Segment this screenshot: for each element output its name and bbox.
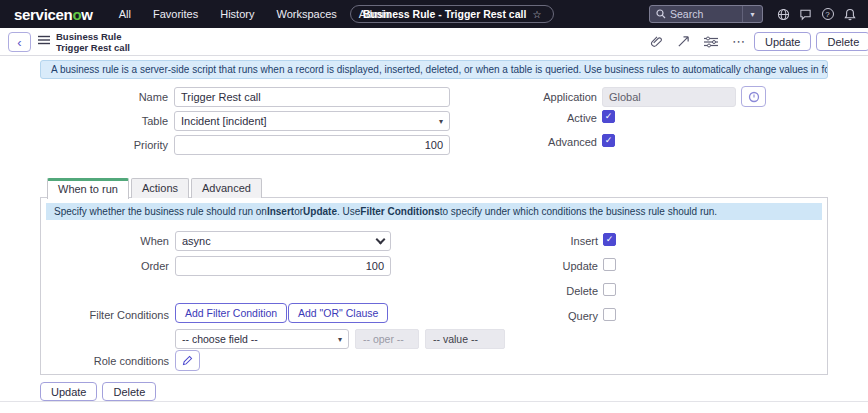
search-scope-dropdown[interactable]: ▾ xyxy=(742,6,762,22)
name-label: Name xyxy=(60,91,168,103)
footer-buttons: Update Delete xyxy=(40,382,156,401)
name-input[interactable]: Trigger Rest call xyxy=(174,87,450,107)
table-label: Table xyxy=(60,115,168,127)
choose-field-caret-icon: ▾ xyxy=(338,335,342,344)
table-caret-icon: ▾ xyxy=(439,117,443,126)
info-banner: A business rule is a server-side script … xyxy=(40,60,828,79)
back-button[interactable]: ‹ xyxy=(8,32,31,52)
role-conditions-label: Role conditions xyxy=(61,355,169,367)
update-label: Update xyxy=(498,260,598,272)
header-buttons: Update Delete xyxy=(754,32,868,51)
help-icon[interactable]: ? xyxy=(820,7,835,22)
favorite-star-icon[interactable]: ☆ xyxy=(532,9,541,20)
bottom-divider xyxy=(0,401,868,402)
search-icon xyxy=(656,9,666,19)
nav-icon-cluster: ? xyxy=(776,0,857,28)
delete-checkbox[interactable] xyxy=(603,283,616,296)
query-label: Query xyxy=(498,310,598,322)
advanced-label: Advanced xyxy=(480,136,597,148)
add-filter-condition-button[interactable]: Add Filter Condition xyxy=(175,303,287,323)
insert-checkbox[interactable] xyxy=(603,233,616,246)
nav-item-history[interactable]: History xyxy=(220,8,254,20)
operator-select: -- oper -- xyxy=(355,329,419,349)
record-title: Business Rule Trigger Rest call xyxy=(56,31,130,54)
record-pill[interactable]: Business Rule - Trigger Rest call ☆ xyxy=(350,5,554,23)
when-caret-icon xyxy=(376,234,386,244)
tab-when-to-run[interactable]: When to run xyxy=(47,178,129,199)
choose-field-select[interactable]: -- choose field -- ▾ xyxy=(175,329,349,349)
servicenow-logo[interactable]: servicenow xyxy=(14,6,93,23)
tab-strip: When to run Actions Advanced xyxy=(47,178,262,198)
order-input[interactable]: 100 xyxy=(175,256,391,276)
value-field: -- value -- xyxy=(425,329,505,349)
insert-label: Insert xyxy=(498,235,598,247)
record-header: ‹ Business Rule Trigger Rest call ⋯ Upda… xyxy=(0,28,868,56)
record-name-label: Trigger Rest call xyxy=(56,42,130,53)
table-select-value: Incident [incident] xyxy=(181,115,267,127)
more-options-icon[interactable]: ⋯ xyxy=(732,34,746,49)
personalize-form-icon[interactable] xyxy=(704,36,718,48)
record-type-label: Business Rule xyxy=(56,31,130,42)
global-search[interactable]: Search ▾ xyxy=(649,5,763,23)
table-select[interactable]: Incident [incident] ▾ xyxy=(174,111,450,131)
globe-icon[interactable] xyxy=(776,7,791,22)
when-to-run-panel: Specify whether the business rule should… xyxy=(40,197,828,375)
nav-item-favorites[interactable]: Favorites xyxy=(153,8,198,20)
footer-delete-button[interactable]: Delete xyxy=(102,382,156,401)
nav-item-all[interactable]: All xyxy=(119,8,131,20)
add-or-clause-button[interactable]: Add "OR" Clause xyxy=(288,303,388,323)
priority-label: Priority xyxy=(60,139,168,151)
delete-label: Delete xyxy=(498,285,598,297)
update-checkbox[interactable] xyxy=(603,258,616,271)
filter-conditions-label: Filter Conditions xyxy=(61,309,169,321)
tab-advanced[interactable]: Advanced xyxy=(191,178,262,198)
update-button[interactable]: Update xyxy=(754,32,811,51)
footer-update-button[interactable]: Update xyxy=(40,382,97,401)
active-checkbox[interactable] xyxy=(602,110,615,123)
search-placeholder: Search xyxy=(670,8,742,20)
nav-item-workspaces[interactable]: Workspaces xyxy=(276,8,336,20)
chat-icon[interactable] xyxy=(798,7,813,22)
when-label: When xyxy=(81,235,169,247)
edit-role-conditions-button[interactable] xyxy=(175,350,200,371)
query-checkbox[interactable] xyxy=(603,308,616,321)
context-menu-icon[interactable] xyxy=(38,35,50,45)
notifications-bell-icon[interactable] xyxy=(842,7,857,22)
record-pill-label: Business Rule - Trigger Rest call xyxy=(363,8,526,20)
pencil-icon xyxy=(182,355,193,366)
application-picker-button[interactable] xyxy=(741,86,766,107)
choose-field-value: -- choose field -- xyxy=(182,333,258,345)
attachment-paperclip-icon[interactable] xyxy=(650,35,663,48)
delete-button[interactable]: Delete xyxy=(816,32,868,51)
tab-actions[interactable]: Actions xyxy=(131,178,189,198)
application-label: Application xyxy=(480,91,597,103)
advanced-checkbox[interactable] xyxy=(602,134,615,147)
tab-info-bar: Specify whether the business rule should… xyxy=(46,203,822,220)
top-nav: servicenow All Favorites History Workspa… xyxy=(0,0,868,28)
order-label: Order xyxy=(81,260,169,272)
info-banner-text: A business rule is a server-side script … xyxy=(51,64,828,75)
priority-input[interactable]: 100 xyxy=(174,135,450,155)
header-icon-cluster: ⋯ xyxy=(650,34,746,49)
activity-stream-icon[interactable] xyxy=(677,35,690,48)
when-select-value: async xyxy=(182,235,211,247)
when-select[interactable]: async xyxy=(175,231,391,251)
application-field: Global xyxy=(602,87,736,107)
active-label: Active xyxy=(480,112,597,124)
circle-icon xyxy=(748,91,760,103)
